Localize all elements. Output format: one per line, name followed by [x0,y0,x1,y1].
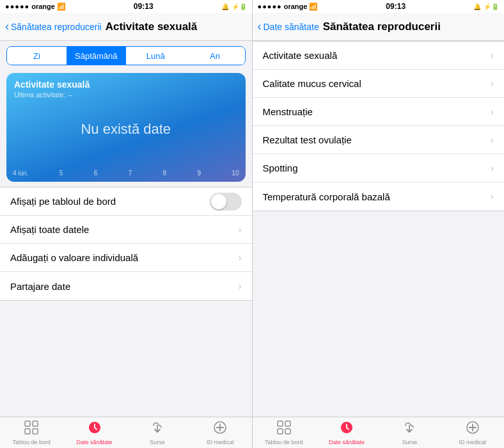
right-item-activitate-label: Activitate sexuală [263,50,488,61]
right-nav-bar: ‹ Date sănătate Sănătatea reproducerii [253,13,505,41]
left-tab-id-label: ID medical [207,439,234,445]
toggle-tablou[interactable] [210,193,242,211]
right-chevron-menstruatie: › [491,106,494,118]
svg-rect-1 [33,421,38,426]
left-tab-bar: Tablou de bord Date sănătate Surse [0,417,252,448]
svg-rect-7 [278,421,283,426]
right-panel: ●●●●● orange 📶 09:13 🔔 ⚡🔋 ‹ Date sănătat… [253,0,505,448]
left-status-bar: ●●●●● orange 📶 09:13 🔔 ⚡🔋 [0,0,252,13]
svg-rect-3 [33,429,38,434]
axis-label-3: 7 [129,170,132,177]
list-item-tablou[interactable]: Afișați pe tabloul de bord [0,188,252,216]
chart-title: Activitate sexuală [14,79,238,90]
left-chart-card: Activitate sexuală Ultima activitate: --… [6,73,246,182]
right-tab-date[interactable]: Date sănătate [315,420,378,445]
axis-label-2: 6 [94,170,98,177]
svg-rect-8 [285,421,290,426]
left-battery-icon: ⚡🔋 [232,3,247,10]
right-item-rezultat-label: Rezultat test ovulație [263,134,488,145]
right-list: Activitate sexuală › Calitate mucus cerv… [253,41,505,417]
left-nav-title: Activitate sexuală [106,20,198,33]
right-tab-surse[interactable]: Surse [378,420,441,445]
segment-an[interactable]: An [185,47,245,65]
list-item-adaugati-label: Adăugați o valoare individuală [10,252,235,263]
right-carrier-name: orange [284,3,308,10]
axis-label-1: 5 [59,170,63,177]
list-item-tablou-label: Afișați pe tabloul de bord [10,196,210,207]
left-tab-surse-icon [150,420,164,438]
right-tab-surse-icon [402,420,416,438]
left-tab-date-icon [88,420,102,438]
right-chevron-rezultat: › [491,134,494,146]
right-tab-id-label: ID medical [459,439,487,445]
axis-label-0: 4 iun. [13,170,28,177]
chart-axis: 4 iun. 5 6 7 8 9 10 [13,170,239,177]
left-tab-surse-label: Surse [150,439,165,445]
right-tab-tablou[interactable]: Tablou de bord [253,420,315,445]
right-chevron-activitate: › [491,50,494,61]
right-tab-surse-label: Surse [402,439,418,445]
svg-rect-2 [25,429,30,434]
left-tab-tablou[interactable]: Tablou de bord [0,420,63,445]
right-tab-tablou-label: Tablou de bord [265,439,303,445]
chevron-toate: › [238,224,241,236]
right-tab-date-label: Date sănătate [329,439,365,445]
left-back-chevron: ‹ [5,20,9,33]
right-tab-bar: Tablou de bord Date sănătate Surse [253,417,505,448]
right-alarm-icon: 🔔 [473,3,481,10]
right-back-button[interactable]: ‹ Date sănătate [258,20,319,33]
right-item-menstruatie[interactable]: Menstruație › [253,98,505,126]
svg-rect-9 [278,429,283,434]
left-tab-id-icon [213,420,227,438]
left-wifi-icon: 📶 [57,3,66,11]
left-tab-date[interactable]: Date sănătate [63,420,125,445]
right-chevron-temperatura: › [491,191,494,202]
right-item-activitate[interactable]: Activitate sexuală › [253,42,505,70]
right-battery-icon: ⚡🔋 [484,3,499,10]
right-item-temperatura[interactable]: Temperatură corporală bazală › [253,182,505,211]
list-item-partajare-label: Partajare date [10,281,235,292]
chevron-adaugati: › [238,252,241,264]
list-item-adaugati[interactable]: Adăugați o valoare individuală › [0,244,252,272]
right-chevron-calitate: › [491,78,494,90]
left-carrier-dots: ●●●●● [5,3,29,10]
left-alarm-icon: 🔔 [221,3,229,10]
left-tab-date-label: Date sănătate [77,439,113,445]
list-item-partajare[interactable]: Partajare date › [0,272,252,300]
list-item-toate[interactable]: Afișați toate datele › [0,216,252,244]
right-status-right: 🔔 ⚡🔋 [473,3,499,10]
right-item-calitate[interactable]: Calitate mucus cervical › [253,70,505,98]
right-tab-id[interactable]: ID medical [441,420,504,445]
left-nav-bar: ‹ Sănătatea reproducerii Activitate sexu… [0,13,252,41]
chart-no-data: Nu există date [81,121,171,138]
segment-zi[interactable]: Zi [7,47,67,65]
left-time: 09:13 [134,2,154,11]
left-status-left: ●●●●● orange 📶 [5,3,66,11]
right-item-temperatura-label: Temperatură corporală bazală [263,191,488,202]
chart-subtitle: Ultima activitate: -- [14,91,238,99]
left-tab-id[interactable]: ID medical [189,420,251,445]
axis-label-6: 10 [232,170,239,177]
right-nav-title: Sănătatea reproducerii [323,20,441,33]
right-tab-id-icon [466,420,480,438]
left-back-button[interactable]: ‹ Sănătatea reproducerii [5,20,102,33]
toggle-knob [211,194,226,209]
left-tab-surse[interactable]: Surse [126,420,189,445]
left-list-section: Afișați pe tabloul de bord Afișați toate… [0,187,252,301]
right-wifi-icon: 📶 [309,3,318,11]
left-carrier-name: orange [31,3,55,10]
segment-luna[interactable]: Lună [126,47,185,65]
svg-rect-10 [285,429,290,434]
list-item-toate-label: Afișați toate datele [10,224,235,235]
svg-rect-0 [25,421,30,426]
segment-saptamana[interactable]: Săptămână [67,47,126,65]
left-status-right: 🔔 ⚡🔋 [221,3,247,10]
axis-label-4: 8 [163,170,167,177]
left-back-label: Sănătatea reproducerii [11,22,102,32]
right-item-rezultat[interactable]: Rezultat test ovulație › [253,126,505,154]
right-list-section: Activitate sexuală › Calitate mucus cerv… [253,41,505,211]
right-tab-tablou-icon [277,420,291,438]
right-item-spotting[interactable]: Spotting › [253,154,505,182]
right-item-menstruatie-label: Menstruație [263,106,488,117]
right-chevron-spotting: › [491,163,494,174]
